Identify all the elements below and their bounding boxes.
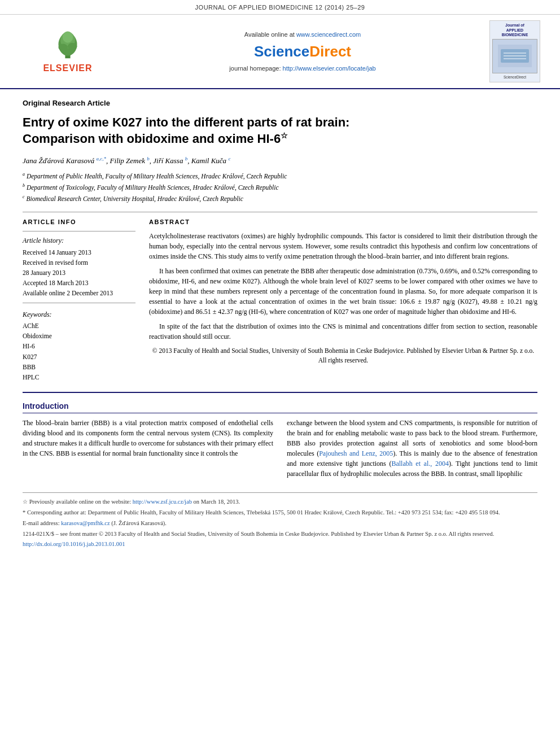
journal-homepage-text: journal homepage: http://www.elsevier.co… xyxy=(229,64,375,73)
keyword-bbb: BBB xyxy=(23,362,135,372)
abstract-para-2: It has been confirmed that oximes can pe… xyxy=(149,266,537,317)
abstract-para-3: In spite of the fact that the distributi… xyxy=(149,321,537,342)
article-type-label: Original Research Article xyxy=(23,98,537,108)
ref-pajouhesh[interactable]: Pajouhesh and Lenz, 2005 xyxy=(319,449,393,457)
affiliation-a: a Department of Public Health, Faculty o… xyxy=(23,171,537,181)
elsevier-tree-logo xyxy=(48,29,88,60)
history-item-3: 28 January 2013 xyxy=(23,268,135,277)
doi-link[interactable]: http://dx.doi.org/10.1016/j.jab.2013.01.… xyxy=(23,541,125,547)
svg-point-3 xyxy=(63,31,73,42)
abstract-column: ABSTRACT Acetylcholinesterase reactivato… xyxy=(149,218,537,383)
sciencedirect-logo: ScienceDirect xyxy=(254,41,351,62)
abstract-text: Acetylcholinesterase reactivators (oxime… xyxy=(149,231,537,366)
body-section-divider xyxy=(23,392,537,393)
footnote-email: E-mail address: karasova@pmfhk.cz (J. Žď… xyxy=(23,519,537,528)
keywords-label: Keywords: xyxy=(23,310,135,320)
intro-left-para-1: The blood–brain barrier (BBB) is a vital… xyxy=(23,418,273,458)
article-info-label: ARTICLE INFO xyxy=(23,218,135,226)
article-info-abstract: ARTICLE INFO Article history: Received 1… xyxy=(23,218,537,383)
available-online-text: Available online at www.sciencedirect.co… xyxy=(244,30,361,39)
footnote-corresponding: * Corresponding author at: Department of… xyxy=(23,508,537,517)
journal-cover-image: Journal ofAPPLIEDBIOMEDICINE ScienceDire… xyxy=(489,20,540,82)
journal-title-banner: JOURNAL OF APPLIED BIOMEDICINE 12 (2014)… xyxy=(195,4,365,11)
svg-point-5 xyxy=(68,42,77,50)
footnote-doi: http://dx.doi.org/10.1016/j.jab.2013.01.… xyxy=(23,540,537,549)
cover-graphic xyxy=(492,39,537,74)
cover-title: Journal ofAPPLIEDBIOMEDICINE xyxy=(502,23,528,37)
cover-bottom-text: ScienceDirect xyxy=(504,75,526,80)
introduction-body: The blood–brain barrier (BBB) is a vital… xyxy=(23,418,537,483)
elsevier-wordmark: ELSEVIER xyxy=(43,62,92,75)
footnote-star: ☆ Previously available online on the web… xyxy=(23,497,537,506)
abstract-label: ABSTRACT xyxy=(149,218,537,226)
abstract-copyright: © 2013 Faculty of Health and Social Stud… xyxy=(149,346,537,366)
sciencedirect-url[interactable]: www.sciencedirect.com xyxy=(296,31,361,38)
history-item-2: Received in revised form xyxy=(23,258,135,267)
abstract-para-1: Acetylcholinesterase reactivators (oxime… xyxy=(149,231,537,261)
keyword-k027: K027 xyxy=(23,352,135,361)
introduction-heading: Introduction xyxy=(23,401,537,414)
keyword-hi6: HI-6 xyxy=(23,342,135,351)
keywords-divider xyxy=(23,303,135,303)
journal-header-banner: JOURNAL OF APPLIED BIOMEDICINE 12 (2014)… xyxy=(0,0,560,15)
ref-ballabh[interactable]: Ballabh et al., 2004 xyxy=(391,460,449,468)
journal-cover-area: Journal ofAPPLIEDBIOMEDICINE ScienceDire… xyxy=(481,20,549,82)
svg-point-4 xyxy=(59,43,68,51)
article-title: Entry of oxime K027 into the different p… xyxy=(23,115,537,148)
keyword-hplc: HPLC xyxy=(23,373,135,382)
elsevier-branding: ELSEVIER xyxy=(11,20,124,82)
history-label: Article history: xyxy=(23,236,135,246)
keyword-obidoxime: Obidoxime xyxy=(23,331,135,340)
intro-left-col: The blood–brain barrier (BBB) is a vital… xyxy=(23,418,273,483)
info-divider xyxy=(23,231,135,231)
authors-line: Jana Žďárová Karasová a,c,*, Filip Zemek… xyxy=(23,155,537,167)
history-item-1: Received 14 January 2013 xyxy=(23,248,135,257)
history-item-5: Available online 2 December 2013 xyxy=(23,289,135,298)
keyword-ache: AChE xyxy=(23,321,135,330)
footnote-issn: 1214-021X/$ – see front matter © 2013 Fa… xyxy=(23,530,537,539)
intro-right-col: exchange between the blood system and CN… xyxy=(287,418,537,483)
affiliation-b: b Department of Toxicology, Faculty of M… xyxy=(23,182,537,193)
cover-inner-graphic xyxy=(498,45,532,67)
footnote-url[interactable]: http://www.zsf.jcu.cz/jab xyxy=(133,499,192,505)
intro-right-para-1: exchange between the blood system and CN… xyxy=(287,418,537,479)
main-content: Original Research Article Entry of oxime… xyxy=(0,89,560,560)
sciencedirect-info: Available online at www.sciencedirect.co… xyxy=(124,20,481,82)
article-info-column: ARTICLE INFO Article history: Received 1… xyxy=(23,218,135,383)
history-item-4: Accepted 18 March 2013 xyxy=(23,278,135,287)
homepage-url[interactable]: http://www.elsevier.com/locate/jab xyxy=(283,65,376,72)
footnotes-section: ☆ Previously available online on the web… xyxy=(23,492,537,549)
section-divider-1 xyxy=(23,212,537,212)
affiliations: a Department of Public Health, Faculty o… xyxy=(23,171,537,204)
email-link[interactable]: karasova@pmfhk.cz xyxy=(61,520,110,526)
introduction-section: Introduction The blood–brain barrier (BB… xyxy=(23,401,537,484)
journal-masthead: ELSEVIER Available online at www.science… xyxy=(0,15,560,89)
affiliation-c: c Biomedical Research Center, University… xyxy=(23,194,537,204)
